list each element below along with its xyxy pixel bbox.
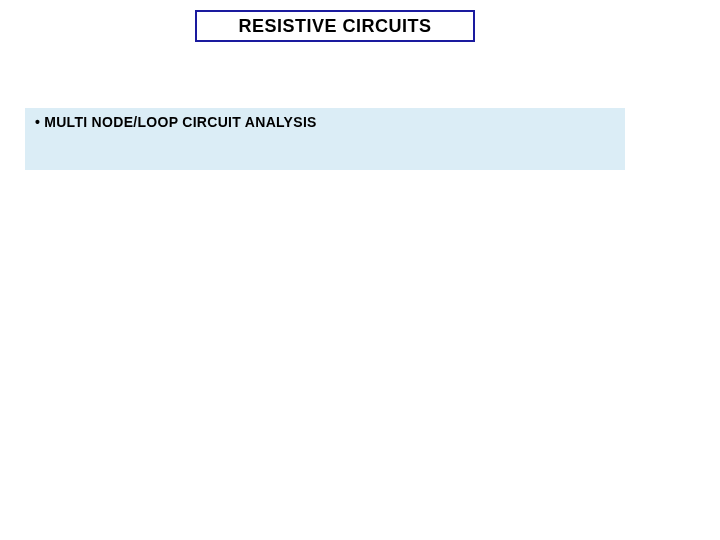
slide-title: RESISTIVE CIRCUITS — [238, 16, 431, 37]
bullet-item: •MULTI NODE/LOOP CIRCUIT ANALYSIS — [35, 114, 615, 130]
slide-title-box: RESISTIVE CIRCUITS — [195, 10, 475, 42]
content-band: •MULTI NODE/LOOP CIRCUIT ANALYSIS — [25, 108, 625, 170]
bullet-text: MULTI NODE/LOOP CIRCUIT ANALYSIS — [44, 114, 317, 130]
bullet-marker: • — [35, 114, 40, 130]
